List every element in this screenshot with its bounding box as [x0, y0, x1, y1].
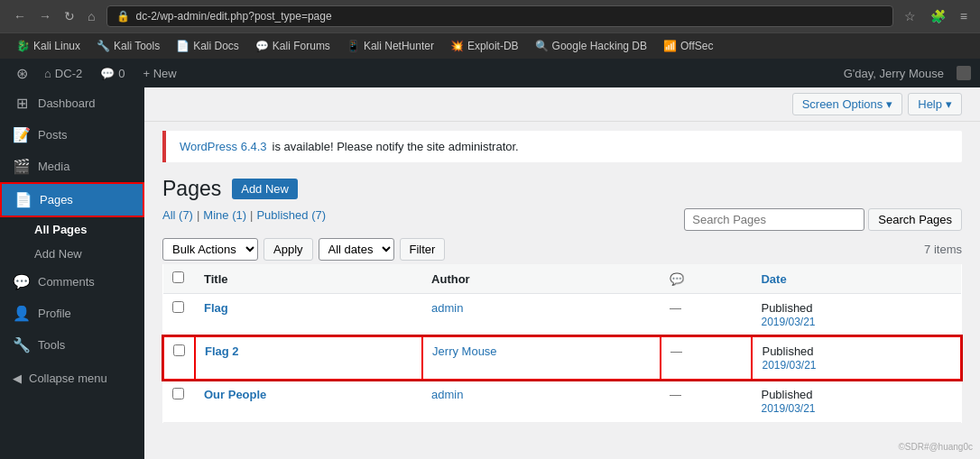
bookmark-star-icon[interactable]: ☆: [901, 7, 920, 25]
filter-button[interactable]: Filter: [400, 238, 446, 261]
home-button[interactable]: ⌂: [83, 7, 99, 25]
items-count: 7 items: [924, 243, 962, 256]
new-content-button[interactable]: + New: [134, 59, 185, 87]
sidebar-item-comments[interactable]: 💬 Comments: [0, 266, 144, 298]
url-text: dc-2/wp-admin/edit.php?post_type=page: [135, 10, 331, 23]
page-title-link-flag2[interactable]: Flag 2: [205, 344, 239, 358]
date-value-flag2[interactable]: 2019/03/21: [762, 359, 816, 372]
screen-options-button[interactable]: Screen Options ▾: [792, 93, 903, 115]
collapse-icon: ◀: [13, 372, 22, 385]
kali-linux-label: Kali Linux: [33, 40, 80, 52]
add-new-submenu-item[interactable]: Add New: [0, 242, 144, 266]
wp-admin-bar: ⊛ ⌂ DC-2 💬 0 + New G'day, Jerry Mouse: [0, 59, 980, 87]
bookmark-exploit-db[interactable]: 💥 Exploit-DB: [443, 37, 526, 55]
wordpress-version-link[interactable]: WordPress 6.4.3: [180, 140, 267, 153]
author-link-our-people[interactable]: admin: [431, 388, 463, 401]
refresh-button[interactable]: ↻: [60, 7, 79, 25]
bookmark-kali-tools[interactable]: 🔧 Kali Tools: [89, 37, 167, 55]
date-value-our-people[interactable]: 2019/03/21: [761, 402, 815, 415]
google-hacking-db-favicon: 🔍: [535, 40, 549, 52]
menu-icon[interactable]: ≡: [957, 7, 971, 25]
sidebar-item-profile[interactable]: 👤 Profile: [0, 298, 144, 329]
wp-logo-button[interactable]: ⊛: [9, 59, 35, 87]
back-button[interactable]: ←: [9, 7, 31, 25]
offsec-favicon: 📶: [663, 40, 677, 52]
wp-logo-icon: ⊛: [16, 65, 28, 82]
row-checkbox-flag[interactable]: [172, 301, 184, 313]
sidebar-item-posts[interactable]: 📝 Posts: [0, 119, 144, 151]
author-link-flag2[interactable]: Jerry Mouse: [432, 344, 497, 358]
avatar[interactable]: [957, 66, 971, 80]
extensions-icon[interactable]: 🧩: [927, 7, 949, 25]
screen-options-label: Screen Options: [802, 97, 883, 111]
author-link-flag[interactable]: admin: [431, 301, 463, 315]
filter-all-link[interactable]: All (7): [162, 208, 193, 222]
kali-docs-label: Kali Docs: [193, 40, 239, 52]
browser-chrome: ← → ↻ ⌂ 🔒 dc-2/wp-admin/edit.php?post_ty…: [0, 0, 980, 59]
search-pages-button[interactable]: Search Pages: [868, 208, 962, 231]
row-checkbox-flag2[interactable]: [173, 344, 185, 356]
sidebar: ⊞ Dashboard 📝 Posts 🎬 Media 📄 Pages All …: [0, 87, 144, 459]
comments-button[interactable]: 💬 0: [91, 59, 134, 87]
bookmark-kali-forums[interactable]: 💬 Kali Forums: [248, 37, 337, 55]
sidebar-item-pages[interactable]: 📄 Pages: [0, 182, 144, 217]
page-title: Pages: [162, 177, 221, 201]
profile-icon: 👤: [13, 305, 31, 322]
kali-tools-favicon: 🔧: [97, 40, 110, 52]
bookmark-google-hacking-db[interactable]: 🔍 Google Hacking DB: [528, 37, 654, 55]
exploit-db-favicon: 💥: [450, 40, 464, 52]
comments-label: Comments: [38, 275, 95, 289]
date-value-flag[interactable]: 2019/03/21: [761, 316, 815, 328]
bookmark-kali-linux[interactable]: 🐉 Kali Linux: [9, 37, 88, 55]
forward-button[interactable]: →: [34, 7, 56, 25]
row-comments-cell-flag2: —: [661, 336, 753, 380]
page-title-link-flag[interactable]: Flag: [204, 301, 228, 315]
help-label: Help: [918, 97, 942, 111]
add-new-button[interactable]: Add New: [232, 179, 298, 199]
row-author-cell-flag2: Jerry Mouse: [422, 336, 661, 380]
bookmark-offsec[interactable]: 📶 OffSec: [656, 37, 720, 55]
page-title-link-our-people[interactable]: Our People: [204, 388, 266, 401]
published-count: (7): [311, 208, 326, 222]
select-all-checkbox[interactable]: [172, 271, 184, 283]
row-title-cell-flag: Flag: [195, 294, 422, 337]
row-checkbox-cell: [163, 294, 195, 337]
comments-dash-flag2: —: [670, 344, 682, 358]
sidebar-item-tools[interactable]: 🔧 Tools: [0, 329, 144, 361]
row-checkbox-our-people[interactable]: [172, 388, 184, 399]
site-home-icon: ⌂: [44, 67, 51, 80]
row-title-cell-flag2: Flag 2: [195, 336, 422, 380]
collapse-menu-button[interactable]: ◀ Collapse menu: [0, 364, 144, 392]
header-date-col[interactable]: Date: [752, 264, 961, 294]
filter-mine-link[interactable]: Mine (1): [203, 208, 246, 222]
site-name-label: DC-2: [55, 67, 82, 80]
bulk-actions-select[interactable]: Bulk Actions: [162, 238, 258, 261]
site-name-button[interactable]: ⌂ DC-2: [35, 59, 91, 87]
row-checkbox-cell-our-people: [163, 380, 195, 423]
dates-select[interactable]: All dates: [319, 238, 394, 261]
mine-count: (1): [232, 208, 246, 222]
tools-label: Tools: [38, 338, 65, 352]
comments-icon: 💬: [13, 273, 31, 290]
sidebar-item-media[interactable]: 🎬 Media: [0, 151, 144, 182]
all-pages-submenu-item[interactable]: All Pages: [0, 217, 144, 242]
bookmark-kali-docs[interactable]: 📄 Kali Docs: [169, 37, 246, 55]
notice-message: is available! Please notify the site adm…: [273, 140, 519, 153]
kali-tools-label: Kali Tools: [114, 40, 160, 52]
dashboard-label: Dashboard: [38, 96, 96, 110]
collapse-label: Collapse menu: [29, 372, 107, 385]
bookmark-kali-nethunter[interactable]: 📱 Kali NetHunter: [339, 37, 441, 55]
filter-published-link[interactable]: Published (7): [256, 208, 326, 222]
table-row-our-people: Our People admin — Published 2019/03/21: [163, 380, 961, 423]
apply-button[interactable]: Apply: [263, 238, 313, 261]
date-status-flag2: Published: [762, 344, 813, 358]
table-row: Flag admin — Published 2019/03/21: [163, 294, 961, 337]
address-bar[interactable]: 🔒 dc-2/wp-admin/edit.php?post_type=page: [106, 5, 892, 27]
filter-links: All (7) | Mine (1) | Published (7): [162, 208, 326, 222]
search-pages-input[interactable]: [684, 208, 864, 231]
wp-admin-layout: ⊞ Dashboard 📝 Posts 🎬 Media 📄 Pages All …: [0, 87, 980, 459]
browser-toolbar: ← → ↻ ⌂ 🔒 dc-2/wp-admin/edit.php?post_ty…: [0, 0, 980, 32]
help-button[interactable]: Help ▾: [908, 93, 962, 115]
offsec-label: OffSec: [680, 40, 713, 52]
sidebar-item-dashboard[interactable]: ⊞ Dashboard: [0, 87, 144, 119]
